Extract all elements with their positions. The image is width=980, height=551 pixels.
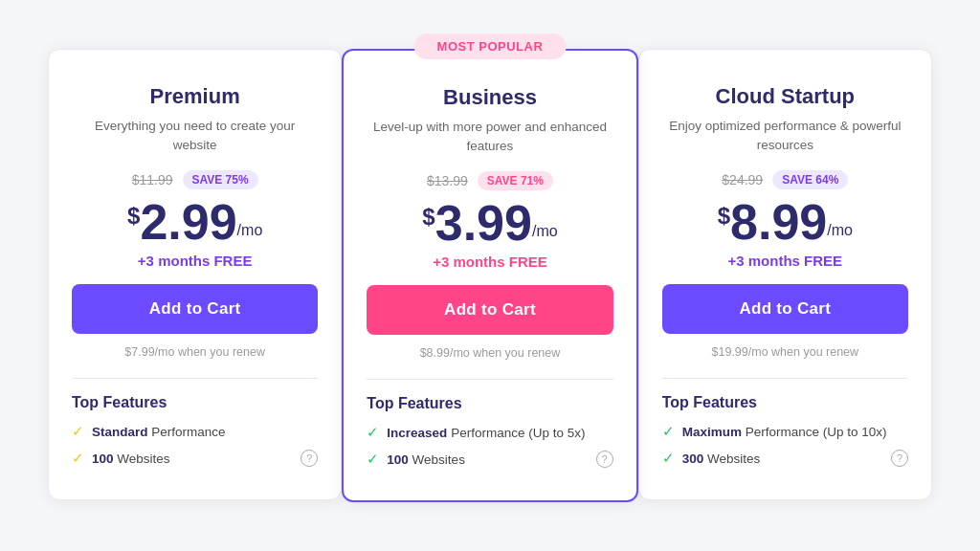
feature-rest-premium-0: Performance — [148, 425, 226, 439]
pricing-card-business: MOST POPULARBusinessLevel-up with more p… — [342, 49, 637, 503]
top-features-title-cloud-startup: Top Features — [662, 394, 908, 411]
free-months-cloud-startup: +3 months FREE — [662, 253, 908, 269]
renew-text-business: $8.99/mo when you renew — [367, 346, 612, 360]
feature-text-business-1: 100 Websites — [387, 452, 465, 467]
feature-row-business-1: 100 Websites? — [387, 451, 612, 468]
feature-bold-business-1: 100 — [387, 452, 409, 467]
feature-bold-premium-1: 100 — [92, 452, 114, 466]
save-badge-premium: SAVE 75% — [183, 170, 258, 189]
page-wrapper: PremiumEverything you need to create you… — [19, 30, 961, 522]
info-icon[interactable]: ? — [596, 451, 613, 468]
price-period-cloud-startup: /mo — [827, 222, 853, 239]
feature-item-premium-0: ✓Standard Performance — [72, 423, 318, 440]
most-popular-badge: MOST POPULAR — [414, 33, 567, 59]
pricing-row-business: $13.99SAVE 71% — [367, 171, 612, 190]
feature-item-business-1: ✓100 Websites? — [367, 451, 612, 468]
feature-row-premium-1: 100 Websites? — [92, 450, 318, 467]
feature-row-business-0: Increased Performance (Up to 5x) — [387, 426, 612, 440]
divider-premium — [72, 378, 318, 379]
feature-item-business-0: ✓Increased Performance (Up to 5x) — [367, 424, 612, 441]
save-badge-business: SAVE 71% — [478, 171, 553, 190]
price-period-premium: /mo — [237, 222, 263, 239]
pricing-card-cloud-startup: Cloud StartupEnjoy optimized performance… — [638, 49, 932, 501]
feature-text-cloud-startup-1: 300 Websites — [682, 452, 761, 466]
feature-bold-premium-0: Standard — [92, 425, 148, 439]
feature-row-cloud-startup-0: Maximum Performance (Up to 10x) — [682, 425, 908, 439]
check-icon: ✓ — [367, 451, 379, 468]
feature-rest-cloud-startup-1: Websites — [703, 452, 760, 466]
price-amount-premium: 2.99 — [140, 197, 236, 247]
free-months-premium: +3 months FREE — [72, 253, 318, 269]
save-badge-cloud-startup: SAVE 64% — [772, 170, 848, 189]
card-description-cloud-startup: Enjoy optimized performance & powerful r… — [662, 117, 908, 156]
original-price-premium: $11.99 — [132, 172, 173, 187]
divider-business — [367, 379, 612, 380]
pricing-cards-container: PremiumEverything you need to create you… — [48, 49, 932, 503]
check-icon: ✓ — [662, 423, 675, 440]
feature-row-cloud-startup-1: 300 Websites? — [682, 450, 908, 467]
current-price-premium: $2.99/mo — [72, 197, 318, 247]
divider-cloud-startup — [662, 378, 908, 379]
card-description-business: Level-up with more power and enhanced fe… — [367, 118, 612, 157]
card-title-business: Business — [367, 85, 612, 110]
card-title-premium: Premium — [72, 84, 318, 109]
feature-text-cloud-startup-0: Maximum Performance (Up to 10x) — [682, 425, 887, 439]
current-price-cloud-startup: $8.99/mo — [662, 197, 908, 247]
price-dollar-premium: $ — [127, 203, 140, 230]
feature-rest-business-0: Performance (Up to 5x) — [447, 426, 585, 440]
price-amount-cloud-startup: 8.99 — [730, 197, 827, 247]
pricing-row-premium: $11.99SAVE 75% — [72, 170, 318, 189]
feature-item-cloud-startup-0: ✓Maximum Performance (Up to 10x) — [662, 423, 908, 440]
price-period-business: /mo — [532, 223, 558, 240]
feature-text-premium-1: 100 Websites — [92, 452, 170, 466]
price-amount-business: 3.99 — [435, 198, 532, 248]
check-icon: ✓ — [367, 424, 379, 441]
price-dollar-business: $ — [422, 204, 434, 231]
price-dollar-cloud-startup: $ — [718, 203, 730, 230]
renew-text-premium: $7.99/mo when you renew — [72, 345, 318, 359]
original-price-business: $13.99 — [427, 173, 468, 188]
add-to-cart-button-business[interactable]: Add to Cart — [367, 285, 612, 335]
check-icon: ✓ — [662, 450, 675, 467]
feature-text-business-0: Increased Performance (Up to 5x) — [387, 426, 585, 440]
pricing-card-premium: PremiumEverything you need to create you… — [48, 49, 342, 501]
feature-bold-cloud-startup-1: 300 — [682, 452, 704, 466]
pricing-row-cloud-startup: $24.99SAVE 64% — [662, 170, 908, 189]
top-features-title-premium: Top Features — [72, 394, 318, 411]
card-description-premium: Everything you need to create your websi… — [72, 117, 318, 156]
feature-rest-business-1: Websites — [409, 452, 465, 467]
current-price-business: $3.99/mo — [367, 198, 612, 248]
card-title-cloud-startup: Cloud Startup — [662, 84, 908, 109]
check-icon: ✓ — [72, 450, 84, 467]
free-months-business: +3 months FREE — [367, 253, 612, 270]
top-features-title-business: Top Features — [367, 395, 612, 412]
add-to-cart-button-premium[interactable]: Add to Cart — [72, 284, 318, 334]
check-icon: ✓ — [72, 423, 84, 440]
feature-row-premium-0: Standard Performance — [92, 425, 318, 439]
feature-bold-cloud-startup-0: Maximum — [682, 425, 742, 439]
feature-rest-premium-1: Websites — [114, 452, 170, 466]
renew-text-cloud-startup: $19.99/mo when you renew — [662, 345, 908, 359]
info-icon[interactable]: ? — [891, 450, 908, 467]
feature-bold-business-0: Increased — [387, 426, 447, 440]
feature-text-premium-0: Standard Performance — [92, 425, 226, 439]
feature-item-premium-1: ✓100 Websites? — [72, 450, 318, 467]
add-to-cart-button-cloud-startup[interactable]: Add to Cart — [662, 284, 908, 334]
info-icon[interactable]: ? — [301, 450, 318, 467]
feature-item-cloud-startup-1: ✓300 Websites? — [662, 450, 908, 467]
feature-rest-cloud-startup-0: Performance (Up to 10x) — [742, 425, 887, 439]
original-price-cloud-startup: $24.99 — [722, 172, 763, 187]
